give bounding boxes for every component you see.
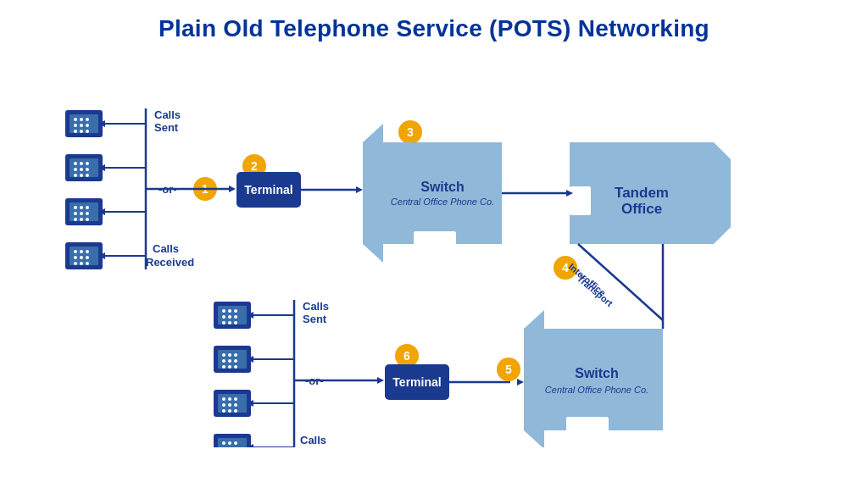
svg-marker-56 [356,186,363,193]
phone-1 [65,110,103,137]
svg-point-68 [234,315,237,319]
svg-point-42 [80,262,83,265]
switch-bottom-label: Switch [575,366,619,380]
svg-point-97 [228,441,231,445]
calls-sent-label2-top: Sent [154,121,179,134]
svg-point-19 [74,174,77,177]
calls-sent-label-top: Calls [154,108,181,121]
svg-point-6 [80,124,83,127]
switch-top-sublabel: Central Office Phone Co. [391,197,494,207]
terminal-bottom-label: Terminal [392,375,441,389]
svg-point-98 [234,441,237,445]
diagram: Calls Sent -or- Calls Received 1 2 Termi… [27,58,841,464]
svg-point-31 [80,218,83,221]
switch-top-left [363,124,383,263]
svg-point-82 [234,365,237,369]
svg-marker-117 [517,379,524,385]
svg-point-90 [234,403,237,407]
svg-point-26 [86,206,89,209]
svg-point-25 [80,206,83,209]
calls-sent-label2-bot: Sent [303,313,327,325]
svg-point-39 [80,256,83,259]
phone-5 [214,302,251,329]
svg-point-70 [228,321,231,324]
svg-point-37 [86,250,89,253]
svg-point-63 [222,309,225,313]
switch-bottom-notch [566,417,609,438]
svg-point-24 [74,206,77,209]
badge-2-text: 2 [251,159,258,173]
svg-rect-84 [218,394,247,413]
svg-point-30 [74,218,77,221]
phone-6 [214,346,251,373]
svg-point-13 [74,162,77,165]
diagram-svg: Calls Sent -or- Calls Received 1 2 Termi… [27,58,841,447]
page-title: Plain Old Telephone Service (POTS) Netwo… [159,15,709,42]
svg-point-27 [74,212,77,215]
svg-rect-34 [70,247,98,265]
tandem-notch [570,186,591,215]
badge-6-text: 6 [403,349,410,363]
phone-8 [214,434,251,447]
switch-top-label: Switch [420,180,465,194]
switch-top-notch [414,231,456,252]
svg-point-69 [222,321,225,324]
svg-point-29 [86,212,89,215]
svg-point-96 [222,441,225,445]
svg-point-89 [228,403,231,407]
svg-rect-73 [218,350,247,369]
svg-point-5 [74,124,77,127]
svg-point-28 [80,212,83,215]
svg-point-80 [222,365,225,369]
svg-rect-12 [70,158,98,177]
svg-point-35 [74,250,77,253]
phone-3 [65,198,103,225]
svg-point-79 [234,359,237,363]
svg-point-10 [86,130,89,133]
switch-bottom-left [524,310,544,447]
calls-received-label2-top: Received [146,256,194,269]
svg-point-17 [80,168,83,171]
svg-point-14 [80,162,83,165]
switch-bottom-sublabel: Central Office Phone Co. [545,385,648,395]
svg-point-32 [86,218,89,221]
svg-point-81 [228,365,231,369]
svg-point-76 [234,353,237,357]
svg-point-67 [228,315,231,319]
svg-point-43 [86,262,89,265]
svg-point-20 [80,174,83,177]
svg-marker-54 [229,186,236,192]
svg-point-86 [228,397,231,401]
svg-point-2 [74,118,77,121]
svg-point-74 [222,353,225,357]
svg-point-66 [222,315,225,319]
svg-point-9 [80,130,83,133]
phone-7 [214,390,251,417]
badge-3-text: 3 [407,125,414,139]
calls-received-label-top: Calls [153,242,179,255]
svg-point-41 [74,262,77,265]
svg-point-16 [74,168,77,171]
svg-point-7 [86,124,89,127]
svg-point-4 [86,118,89,121]
phone-4 [65,242,103,269]
svg-point-15 [86,162,89,165]
svg-point-21 [86,174,89,177]
svg-rect-62 [218,306,247,324]
svg-point-92 [228,409,231,413]
svg-point-38 [74,256,77,259]
svg-point-91 [222,409,225,413]
svg-point-65 [234,309,237,313]
svg-marker-115 [377,377,384,384]
calls-sent-label-bot: Calls [303,300,329,313]
svg-point-18 [86,168,89,171]
svg-point-3 [80,118,83,121]
phone-2 [65,154,103,181]
svg-rect-23 [70,202,98,221]
svg-point-36 [80,250,83,253]
tandem-label2: Office [621,201,662,217]
svg-point-77 [222,359,225,363]
svg-point-87 [234,397,237,401]
badge-5-text: 5 [505,363,512,376]
terminal-top-label: Terminal [244,183,292,197]
